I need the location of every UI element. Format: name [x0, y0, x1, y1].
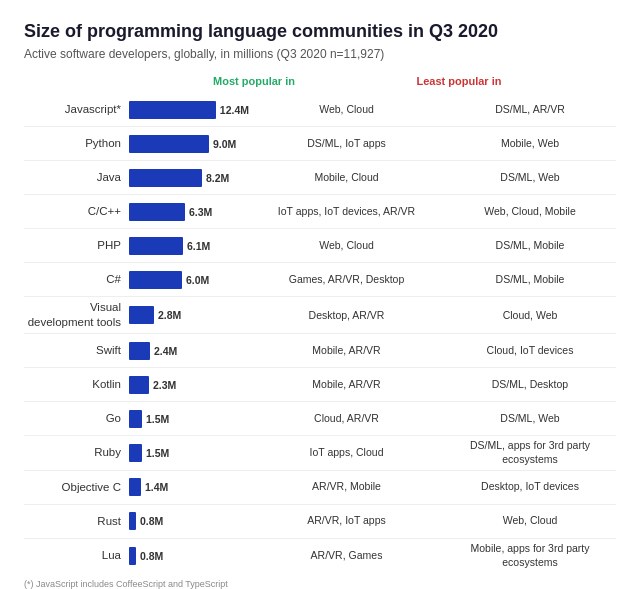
bar-area: 6.0M — [129, 271, 249, 289]
lang-name: Java — [24, 170, 129, 185]
most-popular-value: AR/VR, Mobile — [249, 480, 444, 494]
bar-label: 1.5M — [146, 447, 169, 459]
bar — [129, 237, 183, 255]
most-popular-value: IoT apps, Cloud — [249, 446, 444, 460]
table-row: Kotlin 2.3M Mobile, AR/VR DS/ML, Desktop — [24, 368, 616, 402]
lang-name: Lua — [24, 548, 129, 563]
least-popular-value: DS/ML, Desktop — [444, 378, 616, 392]
chart-subtitle: Active software developers, globally, in… — [24, 47, 616, 61]
lang-name: Rust — [24, 514, 129, 529]
most-popular-value: AR/VR, IoT apps — [249, 514, 444, 528]
most-popular-value: Mobile, AR/VR — [249, 378, 444, 392]
bar-label: 9.0M — [213, 138, 236, 150]
bar — [129, 271, 182, 289]
least-popular-value: Mobile, Web — [444, 137, 616, 151]
lang-name: Javascript* — [24, 102, 129, 117]
bar — [129, 410, 142, 428]
table-row: C# 6.0M Games, AR/VR, Desktop DS/ML, Mob… — [24, 263, 616, 297]
footer-note: (*) JavaScript includes CoffeeScript and… — [24, 579, 616, 589]
lang-name: Ruby — [24, 445, 129, 460]
least-popular-value: Web, Cloud, Mobile — [444, 205, 616, 219]
bar-area: 9.0M — [129, 135, 249, 153]
least-popular-value: DS/ML, Mobile — [444, 273, 616, 287]
bar-label: 6.0M — [186, 274, 209, 286]
bar — [129, 101, 216, 119]
bar — [129, 512, 136, 530]
most-popular-value: Web, Cloud — [249, 103, 444, 117]
bar — [129, 547, 136, 565]
most-popular-value: DS/ML, IoT apps — [249, 137, 444, 151]
bar — [129, 306, 154, 324]
bar-label: 2.3M — [153, 379, 176, 391]
most-popular-value: Mobile, Cloud — [249, 171, 444, 185]
bar-label: 8.2M — [206, 172, 229, 184]
lang-name: C/C++ — [24, 204, 129, 219]
least-popular-value: DS/ML, AR/VR — [444, 103, 616, 117]
bar-area: 12.4M — [129, 101, 249, 119]
bar — [129, 135, 209, 153]
chart-title: Size of programming language communities… — [24, 20, 616, 43]
least-popular-value: Desktop, IoT devices — [444, 480, 616, 494]
bar-label: 12.4M — [220, 104, 249, 116]
most-popular-header: Most popular in — [154, 75, 354, 87]
most-popular-value: Cloud, AR/VR — [249, 412, 444, 426]
table-row: Go 1.5M Cloud, AR/VR DS/ML, Web — [24, 402, 616, 436]
bar-label: 6.3M — [189, 206, 212, 218]
bar — [129, 444, 142, 462]
table-row: PHP 6.1M Web, Cloud DS/ML, Mobile — [24, 229, 616, 263]
lang-name: Go — [24, 411, 129, 426]
lang-name: PHP — [24, 238, 129, 253]
lang-name: Swift — [24, 343, 129, 358]
table-row: Lua 0.8M AR/VR, Games Mobile, apps for 3… — [24, 539, 616, 573]
bar — [129, 342, 150, 360]
least-popular-value: Mobile, apps for 3rd party ecosystems — [444, 542, 616, 569]
bar-area: 0.8M — [129, 512, 249, 530]
most-popular-value: Web, Cloud — [249, 239, 444, 253]
bar — [129, 203, 185, 221]
bar — [129, 376, 149, 394]
table-row: Python 9.0M DS/ML, IoT apps Mobile, Web — [24, 127, 616, 161]
least-popular-value: DS/ML, Web — [444, 171, 616, 185]
least-popular-value: Cloud, Web — [444, 309, 616, 323]
bar-label: 6.1M — [187, 240, 210, 252]
bar-label: 2.4M — [154, 345, 177, 357]
lang-name: Kotlin — [24, 377, 129, 392]
least-popular-value: Cloud, IoT devices — [444, 344, 616, 358]
bar-label: 1.4M — [145, 481, 168, 493]
table-row: Swift 2.4M Mobile, AR/VR Cloud, IoT devi… — [24, 334, 616, 368]
most-popular-value: Mobile, AR/VR — [249, 344, 444, 358]
bar-area: 6.3M — [129, 203, 249, 221]
data-table: Javascript* 12.4M Web, Cloud DS/ML, AR/V… — [24, 93, 616, 572]
table-row: Rust 0.8M AR/VR, IoT apps Web, Cloud — [24, 505, 616, 539]
bar-area: 2.3M — [129, 376, 249, 394]
bar-area: 8.2M — [129, 169, 249, 187]
bar-label: 1.5M — [146, 413, 169, 425]
column-headers: Most popular in Least popular in — [24, 75, 616, 87]
bar — [129, 478, 141, 496]
lang-name: Python — [24, 136, 129, 151]
least-popular-value: DS/ML, apps for 3rd party ecosystems — [444, 439, 616, 466]
bar-area: 6.1M — [129, 237, 249, 255]
most-popular-value: Games, AR/VR, Desktop — [249, 273, 444, 287]
most-popular-value: AR/VR, Games — [249, 549, 444, 563]
least-popular-value: DS/ML, Web — [444, 412, 616, 426]
table-row: C/C++ 6.3M IoT apps, IoT devices, AR/VR … — [24, 195, 616, 229]
bar-label: 0.8M — [140, 515, 163, 527]
table-row: Objective C 1.4M AR/VR, Mobile Desktop, … — [24, 471, 616, 505]
lang-name: C# — [24, 272, 129, 287]
lang-name: Visual development tools — [24, 300, 129, 330]
least-popular-value: Web, Cloud — [444, 514, 616, 528]
bar-area: 2.8M — [129, 306, 249, 324]
most-popular-value: IoT apps, IoT devices, AR/VR — [249, 205, 444, 219]
least-popular-value: DS/ML, Mobile — [444, 239, 616, 253]
bar-area: 1.5M — [129, 410, 249, 428]
least-popular-header: Least popular in — [364, 75, 554, 87]
bar-area: 1.5M — [129, 444, 249, 462]
table-row: Java 8.2M Mobile, Cloud DS/ML, Web — [24, 161, 616, 195]
bar-area: 0.8M — [129, 547, 249, 565]
most-popular-value: Desktop, AR/VR — [249, 309, 444, 323]
table-row: Visual development tools 2.8M Desktop, A… — [24, 297, 616, 334]
lang-name: Objective C — [24, 480, 129, 495]
table-row: Javascript* 12.4M Web, Cloud DS/ML, AR/V… — [24, 93, 616, 127]
bar-label: 0.8M — [140, 550, 163, 562]
